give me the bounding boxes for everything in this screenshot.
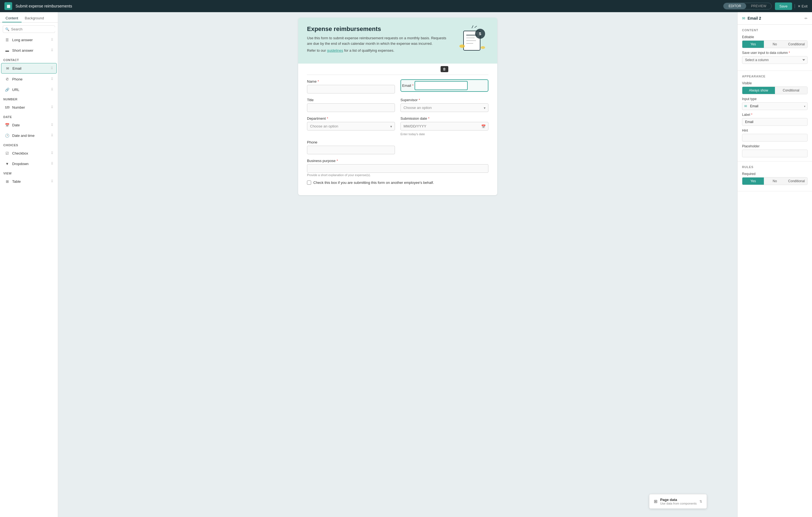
sidebar-item-long-answer[interactable]: ☰ Long answer ⠿ bbox=[1, 35, 57, 45]
editable-toggle-group: Yes No Conditional bbox=[742, 40, 808, 48]
sidebar-item-email[interactable]: ✉ Email ⠿ bbox=[1, 63, 57, 73]
sidebar-item-date-time[interactable]: 🕐 Date and time ⠿ bbox=[1, 130, 57, 141]
guidelines-link[interactable]: guidelines bbox=[327, 49, 343, 53]
dropdown-icon: ▼ bbox=[4, 161, 10, 166]
select-column-wrap: Select a column bbox=[742, 56, 808, 67]
sidebar-item-short-answer[interactable]: ▬ Short answer ⠿ bbox=[1, 45, 57, 55]
drag-handle-url[interactable]: ⠿ bbox=[51, 88, 53, 92]
required-yes-btn[interactable]: Yes bbox=[742, 178, 764, 185]
drag-handle-number[interactable]: ⠿ bbox=[51, 105, 53, 109]
conditional-visibility-btn[interactable]: Conditional bbox=[775, 87, 808, 94]
hint-input[interactable] bbox=[742, 134, 808, 142]
title-label: Title bbox=[307, 98, 395, 102]
supervisor-select-wrap: Choose an option ▾ bbox=[401, 103, 488, 112]
sidebar-item-url[interactable]: 🔗 URL ⠿ bbox=[1, 85, 57, 95]
required-conditional-btn[interactable]: Conditional bbox=[786, 178, 807, 185]
drag-handle-date[interactable]: ⠿ bbox=[51, 123, 53, 127]
input-type-label: Input type bbox=[742, 97, 808, 101]
phone-input[interactable] bbox=[307, 146, 395, 154]
section-number: NUMBER bbox=[0, 95, 58, 102]
svg-point-8 bbox=[481, 46, 485, 49]
name-input[interactable] bbox=[307, 85, 395, 93]
save-button[interactable]: Save bbox=[775, 2, 792, 10]
email-icon: ✉ bbox=[5, 65, 10, 71]
business-purpose-hint: Provide a short explanation of your expe… bbox=[307, 173, 488, 177]
panel-title: Email 2 bbox=[748, 16, 802, 21]
sidebar-item-number[interactable]: 123 Number ⠿ bbox=[1, 102, 57, 112]
editable-conditional-btn[interactable]: Conditional bbox=[786, 41, 807, 48]
submission-date-label: Submission date * bbox=[401, 116, 488, 121]
placeholder-input[interactable] bbox=[742, 150, 808, 157]
main-layout: Content Background 🔍 ☰ Long answer ⠿ ▬ S… bbox=[0, 12, 812, 517]
preview-toggle-btn[interactable]: PREVIEW bbox=[746, 3, 771, 9]
drag-handle-checkbox[interactable]: ⠿ bbox=[51, 151, 53, 155]
long-answer-icon: ☰ bbox=[4, 37, 10, 42]
sidebar-item-label-long-answer: Long answer bbox=[12, 38, 49, 42]
supervisor-select[interactable]: Choose an option bbox=[401, 103, 488, 112]
name-required: * bbox=[318, 79, 319, 84]
email-highlight-box: Email * bbox=[401, 79, 488, 92]
drag-handle-phone[interactable]: ⠿ bbox=[51, 77, 53, 81]
panel-content-title: CONTENT bbox=[742, 28, 808, 32]
visibility-toggle-group: Always show Conditional bbox=[742, 87, 808, 94]
page-data-subtitle: Use data from components bbox=[660, 502, 697, 505]
submission-date-input[interactable] bbox=[401, 122, 488, 130]
svg-line-10 bbox=[474, 26, 477, 28]
department-select[interactable]: Choose an option bbox=[307, 122, 395, 130]
input-type-email-icon: ✉ bbox=[744, 104, 747, 108]
editor-preview-toggle[interactable]: EDITOR PREVIEW bbox=[723, 3, 771, 9]
panel-edit-icon[interactable]: ✏ bbox=[805, 16, 808, 21]
input-type-select[interactable]: Email bbox=[742, 102, 808, 110]
editable-no-btn[interactable]: No bbox=[764, 41, 785, 48]
delete-email-button[interactable]: 🗑 bbox=[441, 66, 448, 72]
date-input-wrap: 📅 bbox=[401, 122, 488, 130]
topbar-divider: | bbox=[794, 4, 795, 8]
form-row-dept-date: Department * Choose an option ▾ Submi bbox=[307, 116, 488, 136]
trash-icon: 🗑 bbox=[443, 67, 446, 71]
drag-handle-date-time[interactable]: ⠿ bbox=[51, 133, 53, 138]
exit-button[interactable]: ✕ Exit bbox=[798, 4, 808, 8]
search-box[interactable]: 🔍 bbox=[3, 25, 55, 33]
tab-content[interactable]: Content bbox=[2, 14, 22, 22]
email-label: Email * bbox=[402, 84, 414, 88]
form-row-phone: Phone bbox=[307, 140, 488, 154]
search-input[interactable] bbox=[11, 27, 58, 31]
section-contact: CONTACT bbox=[0, 56, 58, 63]
email-input[interactable] bbox=[414, 81, 468, 90]
sidebar-item-dropdown[interactable]: ▼ Dropdown ⠿ bbox=[1, 159, 57, 169]
drag-handle-long-answer[interactable]: ⠿ bbox=[51, 38, 53, 42]
always-show-btn[interactable]: Always show bbox=[742, 87, 775, 94]
sidebar-item-label-checkbox: Checkbox bbox=[12, 151, 49, 155]
panel-appearance-title: APPEARANCE bbox=[742, 74, 808, 78]
app-logo: ▦ bbox=[4, 2, 12, 10]
sidebar-tabs: Content Background bbox=[0, 12, 58, 23]
drag-handle-short-answer[interactable]: ⠿ bbox=[51, 49, 53, 52]
business-purpose-input[interactable] bbox=[307, 164, 488, 173]
tab-background[interactable]: Background bbox=[22, 14, 47, 22]
sidebar-item-table[interactable]: ⊞ Table ⠿ bbox=[1, 176, 57, 186]
drag-handle-dropdown[interactable]: ⠿ bbox=[51, 162, 53, 165]
title-input[interactable] bbox=[307, 103, 395, 112]
svg-text:$: $ bbox=[479, 32, 481, 36]
sidebar-item-date[interactable]: 📅 Date ⠿ bbox=[1, 120, 57, 130]
form-description: Use this form to submit expense reimburs… bbox=[307, 35, 450, 46]
sidebar-item-phone[interactable]: ✆ Phone ⠿ bbox=[1, 74, 57, 84]
editable-yes-btn[interactable]: Yes bbox=[742, 41, 764, 48]
page-data-expand-icon[interactable]: ⇅ bbox=[699, 499, 702, 504]
required-label: Required bbox=[742, 172, 808, 176]
sidebar-item-checkbox[interactable]: ☑ Checkbox ⠿ bbox=[1, 148, 57, 158]
behalf-checkbox-row: Check this box if you are submitting thi… bbox=[307, 181, 488, 185]
select-column-select[interactable]: Select a column bbox=[742, 56, 808, 64]
drag-handle-email[interactable]: ⠿ bbox=[51, 66, 53, 70]
number-icon: 123 bbox=[4, 104, 10, 110]
business-purpose-section: Business purpose * Provide a short expla… bbox=[307, 159, 488, 177]
label-field-input[interactable] bbox=[742, 118, 808, 126]
svg-line-9 bbox=[472, 25, 473, 28]
section-choices: CHOICES bbox=[0, 141, 58, 148]
editor-toggle-btn[interactable]: EDITOR bbox=[724, 3, 746, 9]
required-no-btn[interactable]: No bbox=[764, 178, 785, 185]
submission-date-field: Submission date * 📅 Enter today's date bbox=[401, 116, 488, 136]
drag-handle-table[interactable]: ⠿ bbox=[51, 179, 53, 183]
page-data-title: Page data bbox=[660, 498, 697, 502]
behalf-checkbox[interactable] bbox=[307, 181, 311, 185]
